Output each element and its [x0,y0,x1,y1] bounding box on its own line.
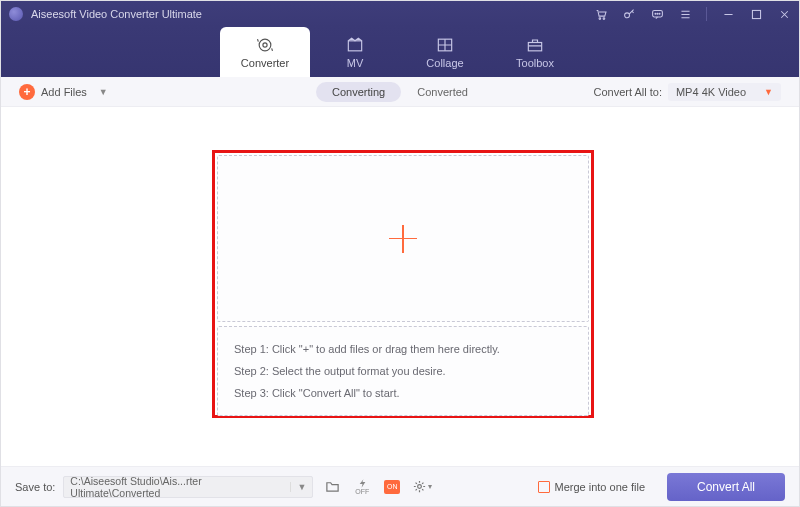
footer-bar: Save to: C:\Aiseesoft Studio\Ais...rter … [1,466,799,506]
drop-zone[interactable] [217,155,589,322]
tab-label: Converter [241,57,289,69]
gpu-button[interactable]: ON [381,476,403,498]
svg-point-1 [603,17,605,19]
svg-point-8 [259,39,271,51]
format-selector[interactable]: MP4 4K Video ▼ [668,83,781,101]
title-bar: Aiseesoft Video Converter Ultimate [1,1,799,27]
svg-rect-10 [348,40,361,50]
close-button[interactable] [777,7,791,21]
save-path-field[interactable]: C:\Aiseesoft Studio\Ais...rter Ultimate\… [63,476,313,498]
svg-point-13 [418,485,422,489]
minimize-button[interactable] [721,7,735,21]
step-2: Step 2: Select the output format you des… [234,365,572,377]
convert-to-label: Convert All to: [593,86,661,98]
plus-icon: + [19,84,35,100]
add-plus-icon [389,225,417,253]
svg-rect-7 [752,10,760,18]
add-files-label: Add Files [41,86,87,98]
svg-point-4 [654,13,655,14]
merge-label: Merge into one file [555,481,646,493]
maximize-button[interactable] [749,7,763,21]
app-logo-icon [9,7,23,21]
sub-tab-converted[interactable]: Converted [401,82,484,102]
svg-point-2 [624,12,629,17]
checkbox-icon [538,481,550,493]
tab-label: Collage [426,57,463,69]
format-value: MP4 4K Video [676,86,746,98]
tab-converter[interactable]: Converter [220,27,310,77]
step-3: Step 3: Click "Convert All" to start. [234,387,572,399]
add-files-button[interactable]: + Add Files ▼ [19,84,108,100]
status-tabs: Converting Converted [316,82,484,102]
menu-icon[interactable] [678,7,692,21]
svg-rect-12 [528,42,541,50]
cart-icon[interactable] [594,7,608,21]
tab-toolbox[interactable]: Toolbox [490,27,580,77]
gpu-icon: ON [384,480,400,494]
svg-point-5 [657,13,658,14]
tab-collage[interactable]: Collage [400,27,490,77]
settings-button[interactable]: ▾ [411,476,433,498]
convert-all-to: Convert All to: MP4 4K Video ▼ [593,83,781,101]
chevron-down-icon: ▼ [764,87,773,97]
save-path-value: C:\Aiseesoft Studio\Ais...rter Ultimate\… [70,475,290,499]
save-to-label: Save to: [15,481,55,493]
tab-label: MV [347,57,364,69]
main-area: Step 1: Click "+" to add files or drag t… [1,107,799,468]
svg-point-9 [263,42,267,46]
chevron-down-icon: ▼ [290,482,306,492]
convert-all-button[interactable]: Convert All [667,473,785,501]
main-tabs: Converter MV Collage Toolbox [1,27,799,77]
step-1: Step 1: Click "+" to add files or drag t… [234,343,572,355]
app-title: Aiseesoft Video Converter Ultimate [31,8,594,20]
toolbar: + Add Files ▼ Converting Converted Conve… [1,77,799,107]
sub-tab-converting[interactable]: Converting [316,82,401,102]
instructions: Step 1: Click "+" to add files or drag t… [217,326,589,416]
chevron-down-icon: ▾ [428,482,432,491]
key-icon[interactable] [622,7,636,21]
off-label: OFF [355,488,369,495]
merge-checkbox[interactable]: Merge into one file [538,481,646,493]
svg-point-6 [659,13,660,14]
hardware-accel-button[interactable]: OFF [351,476,373,498]
feedback-icon[interactable] [650,7,664,21]
chevron-down-icon: ▼ [99,87,108,97]
open-folder-button[interactable] [321,476,343,498]
svg-point-0 [599,17,601,19]
tab-label: Toolbox [516,57,554,69]
tab-mv[interactable]: MV [310,27,400,77]
divider [706,7,707,21]
window-controls [594,7,791,21]
